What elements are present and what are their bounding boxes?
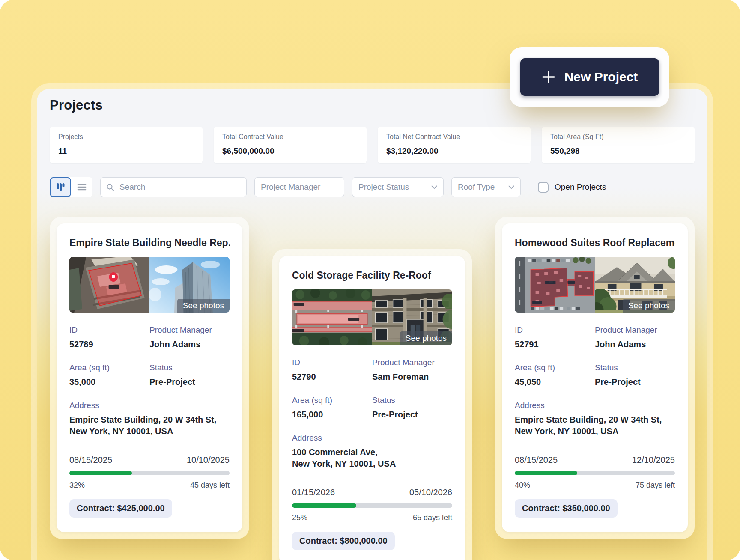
new-project-button[interactable]: New Project — [520, 58, 659, 96]
project-card-title: Cold Storage Facility Re-Roof — [292, 270, 452, 281]
field-value: John Adams — [149, 339, 230, 350]
project-card-homewood-suites[interactable]: Homewood Suites Roof Replacement — [502, 223, 688, 532]
address-line-1: Empire State Building, 20 W 34th St, — [515, 414, 675, 426]
address-line-1: Empire State Building, 20 W 34th St, — [69, 414, 230, 426]
open-projects-checkbox[interactable] — [538, 182, 549, 193]
field-label: Area (sq ft) — [515, 363, 595, 372]
field-label: Product Manager — [149, 325, 230, 335]
start-date: 01/15/2026 — [292, 488, 335, 497]
new-project-container: New Project — [510, 47, 669, 107]
project-card-wrap: Homewood Suites Roof Replacement — [495, 217, 695, 539]
start-date: 08/15/2025 — [515, 455, 558, 465]
field-value: 165,000 — [292, 409, 372, 420]
days-left: 75 days left — [636, 481, 675, 490]
field-area: Area (sq ft) 45,050 — [515, 363, 595, 388]
field-value: John Adams — [595, 339, 675, 350]
roof-type-select[interactable]: Roof Type — [451, 177, 521, 197]
see-photos-button[interactable]: See photos — [400, 331, 452, 345]
chevron-down-icon — [431, 185, 437, 189]
field-value: Empire State Building, 20 W 34th St, New… — [515, 414, 675, 437]
field-label: ID — [515, 325, 595, 335]
contract-badge: Contract: $425,000.00 — [69, 499, 172, 518]
field-product-manager: Product Manager Sam Foreman — [372, 358, 452, 383]
field-id: ID 52790 — [292, 358, 372, 383]
plus-icon — [541, 70, 556, 84]
search-input[interactable] — [100, 177, 247, 197]
address-line-1: 100 Commercial Ave, — [292, 447, 452, 458]
field-value: Pre-Project — [149, 376, 230, 388]
stat-value: 550,298 — [550, 146, 686, 156]
field-label: Area (sq ft) — [292, 396, 372, 405]
field-value: Sam Foreman — [372, 371, 452, 383]
timeline-dates: 08/15/2025 10/10/2025 — [69, 455, 230, 465]
open-projects-label: Open Projects — [555, 182, 606, 192]
field-label: Address — [515, 401, 675, 410]
progress-bar — [69, 471, 230, 475]
project-card-title: Homewood Suites Roof Replacement — [515, 237, 675, 249]
progress-fill — [69, 471, 132, 475]
stat-label: Total Net Contract Value — [386, 133, 522, 141]
progress-percent: 32% — [69, 481, 85, 490]
progress-fill — [515, 471, 577, 475]
projects-panel: Projects Projects 11 Total Contract Valu… — [37, 89, 707, 560]
see-photos-button[interactable]: See photos — [623, 299, 675, 313]
field-label: Product Manager — [372, 358, 452, 367]
stat-value: $3,120,220.00 — [386, 146, 522, 156]
kanban-icon — [55, 182, 66, 192]
field-product-manager: Product Manager John Adams — [595, 325, 675, 350]
search-box — [100, 177, 247, 197]
field-value: Pre-Project — [595, 376, 675, 388]
see-photos-button[interactable]: See photos — [177, 299, 230, 313]
project-card-title: Empire State Building Needle Rep... — [69, 237, 230, 249]
project-card-wrap: Empire State Building Needle Rep... — [50, 217, 249, 539]
stat-card-total-net-contract-value: Total Net Contract Value $3,120,220.00 — [378, 127, 531, 163]
contract-badge: Contract: $800,000.00 — [292, 532, 395, 550]
start-date: 08/15/2025 — [69, 455, 112, 465]
stat-card-projects: Projects 11 — [50, 127, 203, 163]
field-label: Product Manager — [595, 325, 675, 335]
field-label: Address — [292, 433, 452, 443]
field-address: Address Empire State Building, 20 W 34th… — [69, 401, 230, 437]
project-photos: See photos — [292, 289, 452, 345]
stat-card-total-contract-value: Total Contract Value $6,500,000.00 — [214, 127, 367, 163]
progress-meta: 40% 75 days left — [515, 481, 675, 490]
stat-card-total-area: Total Area (Sq Ft) 550,298 — [542, 127, 695, 163]
field-value: 52791 — [515, 339, 595, 350]
project-photos: See photos — [515, 257, 675, 313]
field-address: Address Empire State Building, 20 W 34th… — [515, 401, 675, 437]
field-label: Area (sq ft) — [69, 363, 149, 372]
field-value: 52789 — [69, 339, 149, 350]
progress-percent: 25% — [292, 513, 307, 522]
field-area: Area (sq ft) 35,000 — [69, 363, 149, 388]
field-area: Area (sq ft) 165,000 — [292, 396, 372, 420]
field-label: Status — [149, 363, 230, 372]
field-value: 52790 — [292, 371, 372, 383]
board-view-button[interactable] — [50, 177, 71, 197]
field-value: 100 Commercial Ave, New York, NY 10001, … — [292, 447, 452, 470]
search-icon — [106, 183, 114, 191]
project-card-empire-state[interactable]: Empire State Building Needle Rep... — [57, 223, 242, 532]
project-card-wrap: Cold Storage Facility Re-Roof — [272, 249, 472, 560]
project-status-select[interactable]: Project Status — [352, 177, 444, 197]
timeline-dates: 01/15/2026 05/10/2026 — [292, 488, 452, 497]
field-status: Status Pre-Project — [149, 363, 230, 388]
aerial-roof-photo — [515, 257, 595, 313]
end-date: 12/10/2025 — [632, 455, 675, 465]
project-manager-input[interactable] — [254, 177, 344, 197]
project-photos: See photos — [69, 257, 230, 313]
list-view-button[interactable] — [71, 177, 92, 197]
field-label: Address — [69, 401, 230, 410]
progress-meta: 32% 45 days left — [69, 481, 230, 490]
roof-type-value: Roof Type — [458, 182, 495, 192]
field-label: ID — [292, 358, 372, 367]
project-fields: ID 52790 Product Manager Sam Foreman Are… — [292, 358, 452, 470]
filter-bar: Project Status Roof Type Open Projects — [50, 177, 695, 197]
stat-label: Total Area (Sq Ft) — [550, 133, 686, 141]
aerial-roof-photo — [292, 289, 372, 345]
project-card-cold-storage[interactable]: Cold Storage Facility Re-Roof — [279, 256, 465, 560]
new-project-label: New Project — [564, 70, 638, 84]
project-cards-row: Empire State Building Needle Rep... — [50, 217, 695, 560]
field-label: Status — [595, 363, 675, 372]
address-line-2: New York, NY 10001, USA — [515, 426, 675, 437]
progress-fill — [292, 503, 356, 508]
